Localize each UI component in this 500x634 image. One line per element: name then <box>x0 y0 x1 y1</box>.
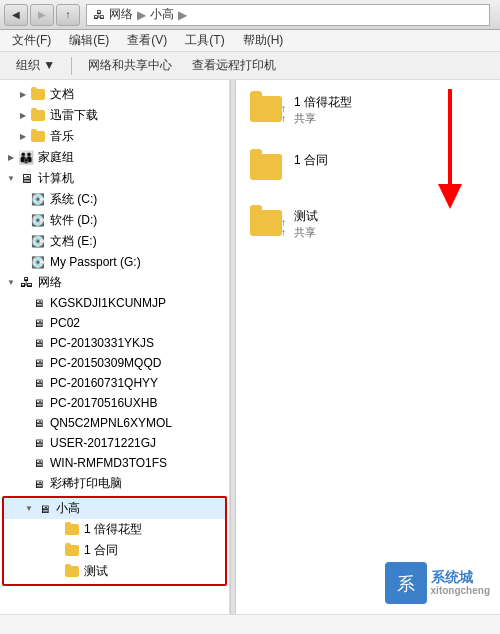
sidebar-label: PC-20160731QHYY <box>50 376 158 390</box>
sidebar-label: 小高 <box>56 500 80 517</box>
file-item-ceshi-wrapper: ↑↑ 测试 共享 <box>246 204 490 244</box>
forward-button[interactable]: ▶ <box>30 4 54 26</box>
sidebar-item-beidehx[interactable]: 1 倍得花型 <box>4 519 225 540</box>
pc-icon: 🖥 <box>30 455 46 471</box>
menu-view[interactable]: 查看(V) <box>119 30 175 51</box>
drive-icon: 💽 <box>30 192 46 208</box>
sidebar-label: 软件 (D:) <box>50 212 97 229</box>
sidebar-item-music[interactable]: 音乐 <box>0 126 229 147</box>
drive-icon: 💽 <box>30 234 46 250</box>
watermark-text: 系统城 xitongcheng <box>431 569 490 598</box>
sidebar-item-documents[interactable]: 文档 <box>0 84 229 105</box>
address-network: 网络 <box>109 6 133 23</box>
status-bar <box>0 614 500 634</box>
network-icon: 🖧 <box>18 275 34 291</box>
sidebar-item-xiaogao[interactable]: 🖥 小高 <box>4 498 225 519</box>
pc-icon: 🖥 <box>30 476 46 492</box>
watermark: 系 系统城 xitongcheng <box>385 562 490 604</box>
file-name: 测试 <box>294 208 318 225</box>
menu-bar: 文件(F) 编辑(E) 查看(V) 工具(T) 帮助(H) <box>0 30 500 52</box>
pc-icon: 🖥 <box>30 355 46 371</box>
sidebar-item-pc-2015[interactable]: 🖥 PC-20150309MQQD <box>0 353 229 373</box>
sidebar-item-pc-2016[interactable]: 🖥 PC-20160731QHYY <box>0 373 229 393</box>
sidebar-item-pc02[interactable]: 🖥 PC02 <box>0 313 229 333</box>
file-info: 测试 共享 <box>294 208 318 240</box>
nav-buttons: ◀ ▶ ↑ <box>4 4 80 26</box>
sidebar-label: 迅雷下载 <box>50 107 98 124</box>
pc-icon: 🖥 <box>30 415 46 431</box>
network-share-button[interactable]: 网络和共享中心 <box>80 55 180 76</box>
sidebar-item-pc-kgs[interactable]: 🖥 KGSKDJI1KCUNMJP <box>0 293 229 313</box>
sidebar-label: WIN-RMFMD3TO1FS <box>50 456 167 470</box>
xiaogao-section: 🖥 小高 1 倍得花型 1 合同 测试 <box>2 496 227 586</box>
expand-arrow <box>4 172 18 186</box>
sidebar-item-drive-d[interactable]: 💽 软件 (D:) <box>0 210 229 231</box>
file-name: 1 倍得花型 <box>294 94 352 111</box>
sidebar-label: PC-20170516UXHB <box>50 396 157 410</box>
pc-icon: 🖥 <box>30 335 46 351</box>
sidebar-label: My Passport (G:) <box>50 255 141 269</box>
svg-marker-1 <box>438 184 462 209</box>
address-bar[interactable]: 🖧 网络 ▶ 小高 ▶ <box>86 4 490 26</box>
menu-tools[interactable]: 工具(T) <box>177 30 232 51</box>
menu-file[interactable]: 文件(F) <box>4 30 59 51</box>
sidebar-item-homegroup[interactable]: 👪 家庭组 <box>0 147 229 168</box>
sidebar-item-drive-c[interactable]: 💽 系统 (C:) <box>0 189 229 210</box>
sidebar-item-pc-qn5[interactable]: 🖥 QN5C2MPNL6XYMOL <box>0 413 229 433</box>
sidebar-label: 网络 <box>38 274 62 291</box>
file-shared-label: 共享 <box>294 225 318 240</box>
folder-icon <box>30 108 46 124</box>
folder-icon <box>64 564 80 580</box>
folder-icon <box>64 522 80 538</box>
sidebar-item-computer[interactable]: 🖥 计算机 <box>0 168 229 189</box>
folder-icon <box>64 543 80 559</box>
sidebar-item-network[interactable]: 🖧 网络 <box>0 272 229 293</box>
sidebar-item-user-2017[interactable]: 🖥 USER-20171221GJ <box>0 433 229 453</box>
sidebar-label: 家庭组 <box>38 149 74 166</box>
organize-button[interactable]: 组织 ▼ <box>8 55 63 76</box>
right-panel: ↑↑ 1 倍得花型 共享 1 合同 <box>236 80 500 614</box>
expand-arrow <box>16 109 30 123</box>
sidebar-item-pc-2017-16[interactable]: 🖥 PC-20170516UXHB <box>0 393 229 413</box>
sidebar-label: 彩稀打印电脑 <box>50 475 122 492</box>
sidebar-label: 音乐 <box>50 128 74 145</box>
remote-printer-button[interactable]: 查看远程打印机 <box>184 55 284 76</box>
sidebar-item-xunlei[interactable]: 迅雷下载 <box>0 105 229 126</box>
sidebar-item-win-rmf[interactable]: 🖥 WIN-RMFMD3TO1FS <box>0 453 229 473</box>
sidebar-label: PC02 <box>50 316 80 330</box>
file-shared-label: 共享 <box>294 111 352 126</box>
up-button[interactable]: ↑ <box>56 4 80 26</box>
pc-icon: 🖥 <box>30 375 46 391</box>
sidebar-label: PC-20150309MQQD <box>50 356 161 370</box>
menu-help[interactable]: 帮助(H) <box>235 30 292 51</box>
sidebar-label: 计算机 <box>38 170 74 187</box>
pc-icon: 🖥 <box>30 295 46 311</box>
sidebar-item-caixi[interactable]: 🖥 彩稀打印电脑 <box>0 473 229 494</box>
expand-arrow <box>4 151 18 165</box>
back-button[interactable]: ◀ <box>4 4 28 26</box>
sidebar-item-drive-e[interactable]: 💽 文档 (E:) <box>0 231 229 252</box>
folder-icon <box>30 87 46 103</box>
file-folder-icon: ↑↑ <box>250 94 286 124</box>
sidebar-label: KGSKDJI1KCUNMJP <box>50 296 166 310</box>
sidebar-item-drive-g[interactable]: 💽 My Passport (G:) <box>0 252 229 272</box>
main-content: 文档 迅雷下载 音乐 👪 家庭组 🖥 计算机 💽 <box>0 80 500 614</box>
pc-icon: 🖥 <box>30 315 46 331</box>
file-name: 1 合同 <box>294 152 328 169</box>
file-folder-icon: ↑↑ <box>250 208 286 238</box>
sidebar[interactable]: 文档 迅雷下载 音乐 👪 家庭组 🖥 计算机 💽 <box>0 80 230 614</box>
sidebar-item-pc-2013[interactable]: 🖥 PC-20130331YKJS <box>0 333 229 353</box>
address-folder: 小高 <box>150 6 174 23</box>
title-bar: ◀ ▶ ↑ 🖧 网络 ▶ 小高 ▶ <box>0 0 500 30</box>
pc-icon: 🖥 <box>30 435 46 451</box>
drive-icon: 💽 <box>30 254 46 270</box>
menu-edit[interactable]: 编辑(E) <box>61 30 117 51</box>
expand-arrow <box>4 276 18 290</box>
sidebar-item-ceshi[interactable]: 测试 <box>4 561 225 582</box>
sidebar-item-hetong[interactable]: 1 合同 <box>4 540 225 561</box>
drive-icon: 💽 <box>30 213 46 229</box>
watermark-icon: 系 <box>385 562 427 604</box>
address-icon: 🖧 <box>93 8 105 22</box>
svg-text:系: 系 <box>397 574 415 594</box>
file-folder-icon <box>250 152 286 182</box>
